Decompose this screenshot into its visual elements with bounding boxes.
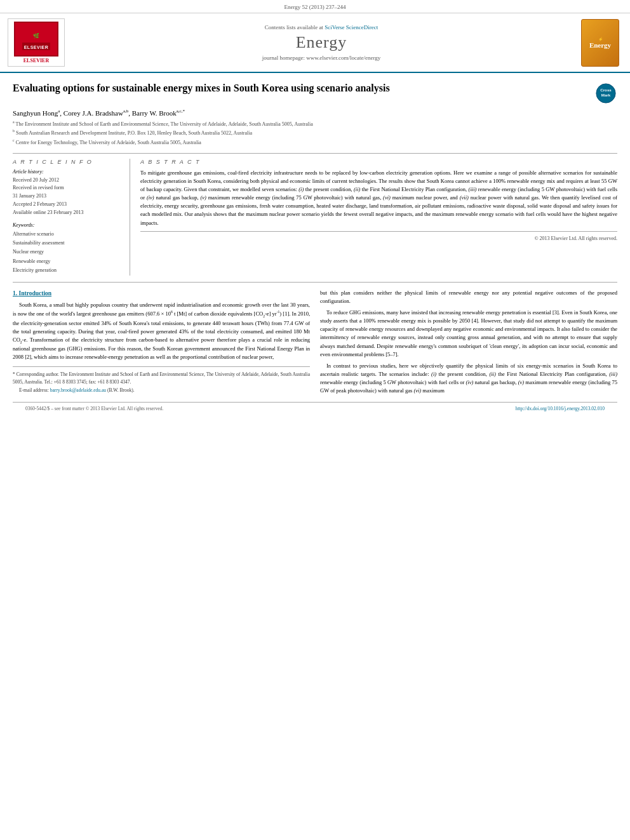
header-divider bbox=[13, 153, 617, 154]
article-history: Article history: Received 20 July 2012 R… bbox=[13, 169, 122, 217]
intro-para-1: South Korea, a small but highly populous… bbox=[13, 301, 310, 361]
energy-badge-label: Energy bbox=[589, 41, 611, 49]
abstract-text: To mitigate greenhouse gas emissions, co… bbox=[140, 169, 617, 227]
abstract-header: A B S T R A C T bbox=[140, 159, 617, 165]
elsevier-logo-image: 🌿 ELSEVIER bbox=[14, 22, 58, 57]
author-corey: Corey J.A. Bradshaw bbox=[64, 109, 123, 117]
keyword-5: Electricity generation bbox=[13, 266, 122, 275]
article-title-section: Evaluating options for sustainable energ… bbox=[13, 82, 617, 105]
energy-badge: ⚡ Energy bbox=[581, 19, 619, 67]
issn-text: 0360-5442/$ – see front matter © 2013 El… bbox=[25, 406, 163, 411]
svg-text:Cross: Cross bbox=[600, 88, 612, 92]
revised-date: 31 January 2013 bbox=[13, 192, 122, 201]
affiliation-c: c Centre for Energy Technology, The Univ… bbox=[13, 138, 617, 147]
footnote-star: * Corresponding author. The Environment … bbox=[13, 371, 310, 385]
journal-homepage: journal homepage: www.elsevier.com/locat… bbox=[71, 55, 572, 61]
body-section: 1. Introduction South Korea, a small but… bbox=[13, 289, 617, 399]
intro-para-4: In contrast to previous studies, here we… bbox=[320, 362, 617, 396]
journal-header: 🌿 ELSEVIER ELSEVIER Contents lists avail… bbox=[0, 13, 630, 73]
history-label: Article history: bbox=[13, 169, 122, 175]
keywords-section: Keywords: Alternative scenario Sustainab… bbox=[13, 222, 122, 276]
article-info-abstract: A R T I C L E I N F O Article history: R… bbox=[13, 159, 617, 276]
journal-logo-right: ⚡ Energy bbox=[578, 18, 622, 67]
keywords-label: Keywords: bbox=[13, 222, 122, 228]
affiliation-a: a The Environment Institute and School o… bbox=[13, 119, 617, 128]
abstract-col: A B S T R A C T To mitigate greenhouse g… bbox=[140, 159, 617, 276]
svg-text:Mark: Mark bbox=[601, 93, 611, 97]
article-info-col: A R T I C L E I N F O Article history: R… bbox=[13, 159, 130, 276]
article-title: Evaluating options for sustainable energ… bbox=[13, 82, 588, 95]
sciverse-prefix: Contents lists available at bbox=[265, 24, 323, 30]
article-info-header: A R T I C L E I N F O bbox=[13, 159, 122, 165]
affiliations: a The Environment Institute and School o… bbox=[13, 119, 617, 147]
sciverse-link-text: SciVerse ScienceDirect bbox=[325, 24, 378, 30]
journal-title: Energy bbox=[71, 33, 572, 52]
sciverse-info: Contents lists available at SciVerse Sci… bbox=[71, 24, 572, 30]
elsevier-brand-text: ELSEVIER bbox=[23, 58, 49, 63]
energy-badge-small: ⚡ bbox=[598, 37, 603, 41]
main-content: Evaluating options for sustainable energ… bbox=[0, 73, 630, 421]
svg-rect-0 bbox=[17, 23, 55, 55]
keyword-3: Nuclear energy bbox=[13, 248, 122, 257]
journal-center-info: Contents lists available at SciVerse Sci… bbox=[71, 18, 572, 67]
footnote-area: * Corresponding author. The Environment … bbox=[13, 366, 310, 394]
author-barry: Barry W. Brook bbox=[132, 109, 177, 117]
elsevier-logo: 🌿 ELSEVIER ELSEVIER bbox=[8, 18, 65, 67]
copyright-line: © 2013 Elsevier Ltd. All rights reserved… bbox=[140, 231, 617, 241]
intro-para-2: but this plan considers neither the phys… bbox=[320, 289, 617, 305]
citation-bar: Energy 52 (2013) 237–244 bbox=[0, 0, 630, 13]
available-date: Available online 23 February 2013 bbox=[13, 209, 122, 217]
revised-label: Received in revised form bbox=[13, 184, 122, 192]
email-name: (B.W. Brook). bbox=[107, 387, 135, 393]
svg-text:ELSEVIER: ELSEVIER bbox=[24, 45, 49, 50]
authors-line: Sanghyun Honga, Corey J.A. Bradshawa,b, … bbox=[13, 109, 617, 117]
email-link[interactable]: barry.brook@adelaide.edu.au bbox=[50, 387, 106, 393]
section-name: Introduction bbox=[19, 290, 52, 297]
section-1-title: 1. Introduction bbox=[13, 289, 310, 298]
intro-para-3: To reduce GHG emissions, many have insis… bbox=[320, 309, 617, 359]
footnote-email: E-mail address: barry.brook@adelaide.edu… bbox=[13, 387, 310, 394]
body-right-col: but this plan considers neither the phys… bbox=[320, 289, 617, 399]
author-sanghyun: Sanghyun Hong bbox=[13, 109, 58, 117]
citation-text: Energy 52 (2013) 237–244 bbox=[284, 4, 345, 10]
keyword-1: Alternative scenario bbox=[13, 230, 122, 239]
crossmark-badge[interactable]: Cross Mark bbox=[594, 82, 617, 105]
body-two-col: 1. Introduction South Korea, a small but… bbox=[13, 289, 617, 399]
svg-text:🌿: 🌿 bbox=[33, 32, 40, 39]
accepted-date: Accepted 2 February 2013 bbox=[13, 201, 122, 209]
section-number: 1. bbox=[13, 290, 17, 297]
body-divider bbox=[13, 282, 617, 283]
body-left-col: 1. Introduction South Korea, a small but… bbox=[13, 289, 310, 399]
affiliation-b: b South Australian Research and Developm… bbox=[13, 128, 617, 137]
bottom-bar: 0360-5442/$ – see front matter © 2013 El… bbox=[13, 402, 617, 415]
keyword-2: Sustainability assessment bbox=[13, 239, 122, 248]
received-date: Received 20 July 2012 bbox=[13, 177, 122, 185]
doi-link[interactable]: http://dx.doi.org/10.1016/j.energy.2013.… bbox=[516, 406, 605, 411]
homepage-text: journal homepage: www.elsevier.com/locat… bbox=[262, 55, 381, 61]
keyword-4: Renewable energy bbox=[13, 257, 122, 266]
